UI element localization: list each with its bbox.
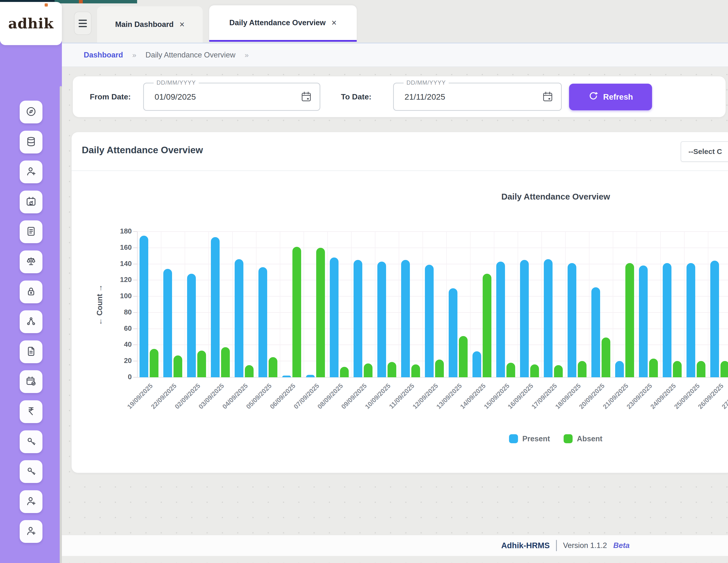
sidebar-item-key[interactable]	[20, 460, 42, 483]
bar-present	[591, 287, 600, 377]
sidebar-item-compass[interactable]	[20, 101, 42, 123]
calendar-icon[interactable]	[542, 91, 554, 103]
bar-present	[520, 260, 529, 377]
y-tick-label: 140	[95, 260, 132, 268]
y-tick-label: 40	[95, 340, 132, 348]
bar-present	[568, 263, 576, 377]
sidebar-item-key[interactable]	[20, 430, 42, 453]
user-plus-icon	[25, 166, 37, 178]
menu-icon[interactable]	[74, 12, 91, 35]
close-tab-icon[interactable]: ×	[180, 20, 185, 29]
bar-present	[687, 263, 695, 377]
sidebar-item-scales[interactable]	[20, 251, 42, 273]
lock-icon	[25, 285, 37, 298]
to-date-label: To Date:	[341, 76, 372, 117]
refresh-button[interactable]: Refresh	[569, 84, 652, 110]
logo-text: adhik	[8, 15, 54, 32]
footer-app-name: Adhik-HRMS	[501, 541, 550, 550]
sidebar-item-user-plus[interactable]	[20, 520, 42, 543]
chart-title: Daily Attendance Overview	[501, 192, 610, 202]
bar-absent	[340, 367, 349, 377]
sidebar-item-calendar-sync[interactable]	[20, 191, 42, 213]
bar-present	[710, 261, 719, 377]
sidebar-item-rupee[interactable]	[20, 400, 42, 423]
legend-item-absent[interactable]: Absent	[563, 434, 602, 443]
app-logo[interactable]: adhik	[0, 2, 62, 45]
tab-main-dashboard[interactable]: Main Dashboard ×	[97, 6, 203, 43]
bar-absent	[269, 357, 277, 377]
y-tick-label: 160	[95, 244, 132, 252]
bar-absent	[673, 361, 682, 377]
breadcrumb-separator: »	[132, 51, 136, 59]
bar-absent	[364, 363, 372, 377]
bar-present	[401, 260, 410, 377]
bar-absent	[602, 337, 610, 377]
legend-swatch	[509, 434, 518, 443]
sidebar-item-calendar-check[interactable]	[20, 370, 42, 393]
company-select-dropdown[interactable]: --Select C	[681, 141, 728, 162]
bar-present	[472, 351, 481, 377]
bar-absent	[697, 361, 705, 377]
bar-present	[330, 258, 339, 377]
sidebar-item-file[interactable]	[20, 340, 42, 363]
user-plus-icon	[25, 525, 37, 538]
bar-present	[354, 260, 362, 377]
from-date-label: From Date:	[90, 76, 131, 117]
sidebar-item-user-plus[interactable]	[20, 161, 42, 183]
app-window: adhik Main Dashboard × Daily Attendance …	[0, 0, 728, 563]
bar-absent	[506, 363, 515, 377]
y-tick-label: 0	[95, 373, 132, 381]
logo-accent-dot	[45, 3, 48, 7]
bar-absent	[483, 274, 491, 377]
calendar-check-icon	[25, 375, 37, 388]
bar-present	[163, 269, 172, 377]
calendar-icon[interactable]	[300, 91, 312, 103]
bar-present	[211, 237, 220, 377]
footer-separator	[556, 540, 557, 551]
date-filter-bar: From Date: DD/MM/YYYY 01/09/2025 To Date…	[73, 76, 726, 117]
bar-absent	[530, 364, 539, 377]
y-tick-label: 100	[95, 292, 132, 300]
tab-daily-attendance-overview[interactable]: Daily Attendance Overview ×	[209, 5, 357, 42]
legend-label: Absent	[577, 434, 602, 443]
to-date-field[interactable]: DD/MM/YYYY 21/11/2025	[393, 83, 562, 111]
bar-present	[615, 361, 624, 377]
y-tick-label: 180	[95, 227, 132, 235]
user-plus-icon	[25, 495, 37, 508]
close-tab-icon[interactable]: ×	[331, 18, 337, 27]
refresh-icon	[588, 91, 598, 103]
sidebar-item-file-lines[interactable]	[20, 221, 42, 243]
from-date-field[interactable]: DD/MM/YYYY 01/09/2025	[143, 83, 320, 111]
y-tick-label: 80	[95, 308, 132, 316]
to-date-placeholder: DD/MM/YYYY	[404, 79, 449, 86]
sidebar-item-lock[interactable]	[20, 281, 42, 303]
bar-present	[282, 375, 291, 377]
bar-absent	[174, 355, 182, 377]
bar-absent	[625, 263, 634, 377]
tab-label: Daily Attendance Overview	[229, 18, 326, 27]
breadcrumb: Dashboard » Daily Attendance Overview »	[62, 43, 728, 67]
bar-absent	[221, 347, 230, 377]
bar-present	[140, 236, 148, 377]
panel-divider	[72, 171, 728, 171]
sidebar-item-database[interactable]	[20, 131, 42, 154]
sidebar-scrollbar[interactable]	[60, 86, 62, 563]
bar-absent	[292, 247, 301, 377]
footer-beta-badge: Beta	[613, 541, 629, 550]
breadcrumb-separator: »	[245, 51, 249, 59]
breadcrumb-link-dashboard[interactable]: Dashboard	[84, 51, 123, 59]
bar-absent	[435, 359, 444, 377]
bar-present	[258, 267, 267, 377]
attendance-panel: Daily Attendance Overview --Select C Dai…	[72, 132, 728, 473]
breadcrumb-current: Daily Attendance Overview	[146, 51, 235, 59]
to-date-value: 21/11/2025	[394, 92, 445, 102]
sidebar-item-user-plus[interactable]	[20, 490, 42, 513]
hierarchy-icon	[25, 315, 37, 328]
sidebar-item-hierarchy[interactable]	[20, 310, 42, 333]
bar-absent	[411, 364, 420, 377]
y-tick-label: 20	[95, 357, 132, 365]
footer-version: Version 1.1.2	[563, 541, 607, 550]
legend-item-present[interactable]: Present	[509, 434, 550, 443]
legend-swatch	[563, 434, 572, 443]
bar-present	[425, 265, 434, 377]
